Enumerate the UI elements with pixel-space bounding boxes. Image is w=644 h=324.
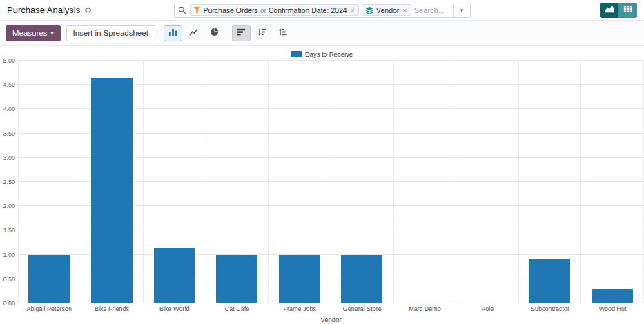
chart-bar[interactable]: [529, 259, 570, 303]
bar-column: [81, 61, 144, 303]
y-tick-label: 2.00: [3, 203, 15, 210]
sort-desc-icon: [257, 28, 266, 39]
line-chart-button[interactable]: [184, 25, 203, 41]
pivot-view-button[interactable]: [618, 3, 637, 18]
legend-swatch: [291, 51, 302, 57]
pivot-grid-icon: [623, 5, 632, 15]
filter-facet-label: Purchase OrdersorConfirmation Date: 2024: [204, 6, 347, 14]
graph-toolbar: Measures ▾ Insert in Spreadsheet: [0, 21, 644, 46]
x-tick-label: Marc Demo: [393, 305, 456, 312]
y-tick-label: 0.50: [3, 276, 15, 283]
plot-area: [18, 61, 643, 303]
chart-bar[interactable]: [216, 255, 257, 303]
y-tick-label: 1.00: [3, 252, 15, 259]
x-tick-label: Bike Friends: [81, 305, 144, 312]
groupby-facet-close-icon[interactable]: ×: [399, 6, 410, 14]
bar-column: [393, 61, 456, 303]
x-tick-label: Abigail Peterson: [18, 305, 81, 312]
x-tick-label: Frame Jobs: [269, 305, 331, 312]
filter-icon: [193, 6, 201, 14]
stacked-toggle-button[interactable]: [232, 25, 251, 41]
x-tick-label: Bike World: [143, 305, 206, 312]
x-tick-label: General Store: [331, 305, 394, 312]
y-axis: 0.000.501.001.502.002.503.003.504.004.50…: [0, 61, 18, 303]
search-icon: [175, 6, 190, 14]
x-tick-label: Subcontractor: [519, 305, 582, 312]
view-switcher: [600, 3, 637, 18]
x-axis-labels: Abigail PetersonBike FriendsBike WorldCa…: [18, 303, 644, 314]
x-axis-title: Vendor: [18, 316, 644, 323]
chart: Days to Receive 0.000.501.001.502.002.50…: [0, 46, 644, 323]
bar-column: [206, 61, 269, 303]
groupby-facet-label: Vendor: [376, 6, 399, 14]
y-tick-label: 1.50: [3, 227, 15, 234]
chart-bar[interactable]: [28, 255, 70, 303]
bar-column: [143, 61, 206, 303]
y-tick-label: 5.00: [3, 57, 15, 64]
x-tick-label: Wood Hut: [581, 305, 644, 312]
sort-asc-icon: [278, 28, 287, 39]
filter-facet-close-icon[interactable]: ×: [347, 6, 358, 14]
bar-columns: [18, 61, 643, 303]
chevron-down-icon: ▾: [460, 7, 464, 14]
bar-chart-button[interactable]: [164, 25, 182, 41]
bar-column: [331, 61, 393, 303]
chevron-down-icon: ▾: [51, 30, 54, 37]
y-tick-label: 4.00: [3, 105, 15, 112]
y-tick-label: 3.00: [3, 154, 15, 161]
page-title: Purchase Analysis: [7, 5, 80, 15]
pie-chart-button[interactable]: [205, 25, 224, 41]
filter-facet[interactable]: Purchase OrdersorConfirmation Date: 2024…: [190, 4, 360, 16]
search-bar[interactable]: Purchase OrdersorConfirmation Date: 2024…: [174, 3, 471, 18]
y-tick-label: 2.50: [3, 179, 15, 185]
pie-chart-icon: [210, 28, 219, 39]
bar-column: [518, 61, 581, 303]
bar-column: [268, 61, 331, 303]
search-input[interactable]: [414, 6, 453, 14]
chart-bar[interactable]: [341, 255, 382, 303]
purchase-analysis-page: Purchase Analysis ⚙ Purchase OrdersorCon…: [0, 0, 644, 323]
stacked-bars-icon: [237, 28, 246, 39]
chart-bar[interactable]: [91, 78, 133, 303]
bar-column: [456, 61, 518, 303]
bar-column: [18, 61, 81, 303]
groupby-facet[interactable]: Vendor ×: [362, 4, 411, 16]
chart-legend[interactable]: Days to Receive: [0, 49, 644, 59]
breadcrumb: Purchase Analysis ⚙: [7, 5, 92, 15]
y-tick-label: 0.00: [3, 300, 15, 307]
y-tick-label: 3.50: [3, 130, 15, 137]
search-dropdown-toggle[interactable]: ▾: [453, 3, 470, 17]
y-tick-label: 4.50: [3, 81, 15, 88]
group-by-icon: [365, 6, 373, 14]
chart-type-group: [164, 25, 224, 41]
plot-wrap: 0.000.501.001.502.002.503.003.504.004.50…: [0, 61, 644, 303]
bar-column: [580, 61, 643, 303]
top-bar: Purchase Analysis ⚙ Purchase OrdersorCon…: [0, 0, 644, 21]
area-chart-icon: [605, 5, 614, 15]
sort-asc-button[interactable]: [273, 25, 292, 41]
chart-bar[interactable]: [279, 255, 320, 303]
sort-desc-button[interactable]: [253, 25, 271, 41]
legend-label: Days to Receive: [305, 50, 353, 58]
sort-group: [232, 25, 292, 41]
chart-bar[interactable]: [154, 248, 195, 303]
bar-chart-icon: [168, 28, 177, 39]
chart-bar[interactable]: [592, 289, 633, 303]
gear-icon[interactable]: ⚙: [84, 6, 92, 14]
measures-button[interactable]: Measures ▾: [6, 25, 61, 41]
graph-view-button[interactable]: [600, 3, 618, 18]
line-chart-icon: [189, 28, 198, 39]
x-tick-label: Pole: [456, 305, 519, 312]
insert-in-spreadsheet-button[interactable]: Insert in Spreadsheet: [66, 25, 155, 41]
x-tick-label: Cat Cafe: [206, 305, 269, 312]
